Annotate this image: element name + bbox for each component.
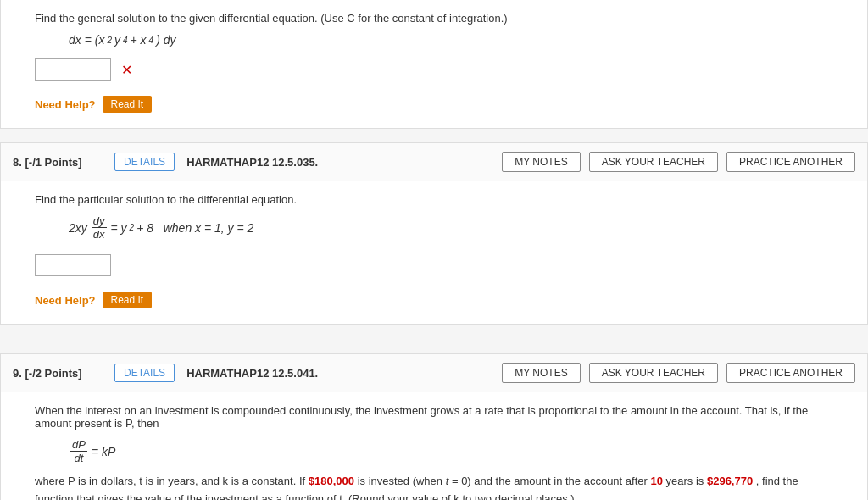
problem7-clear-icon[interactable]: ✕ [121, 62, 132, 78]
problem9-details-button[interactable]: DETAILS [114, 364, 175, 382]
problem9-where: where P is in dollars, t is in years, an… [35, 473, 833, 500]
problem9-ode: dP dt = kP [69, 438, 833, 464]
problem9-ask-teacher-button[interactable]: ASK YOUR TEACHER [589, 363, 718, 383]
problem8-number: 8. [-/1 Points] [13, 156, 106, 169]
problem8-practice-button[interactable]: PRACTICE ANOTHER [726, 152, 855, 172]
problem8-answer-input[interactable] [35, 254, 111, 276]
need-help-label: Need Help? [35, 98, 96, 111]
problem8-ask-teacher-button[interactable]: ASK YOUR TEACHER [589, 152, 718, 172]
problem8-equation: 2xy dy dx = y2 + 8 when x = 1, y = 2 [69, 214, 833, 241]
problem9-intro: When the interest on an investment is co… [35, 404, 833, 430]
problem9-invested-amount: $180,000 [309, 475, 354, 487]
problem7-answer-input[interactable] [35, 58, 111, 81]
problem9-practice-button[interactable]: PRACTICE ANOTHER [726, 363, 855, 383]
problem9-header: 9. [-/2 Points] DETAILS HARMATHAP12 12.5… [1, 354, 867, 392]
problem8-instruction: Find the particular solution to the diff… [35, 193, 833, 206]
problem8-header: 8. [-/1 Points] DETAILS HARMATHAP12 12.5… [1, 143, 867, 181]
problem8-need-help-label: Need Help? [35, 294, 96, 307]
problem9-years-val: 10 [650, 475, 662, 487]
problem7-need-help: Need Help? Read It [35, 96, 833, 113]
problem9-my-notes-button[interactable]: MY NOTES [502, 363, 580, 383]
problem8-my-notes-button[interactable]: MY NOTES [502, 152, 580, 172]
problem9-years-text: years is [666, 475, 707, 487]
problem7-instruction: Find the general solution to the given d… [35, 12, 833, 25]
problem9-amount-after: $296,770 [707, 475, 753, 487]
problem9-invested-condition: is invested (when t = 0) and the amount … [358, 475, 651, 487]
problem7-read-it-button[interactable]: Read It [103, 96, 153, 113]
problem8-details-button[interactable]: DETAILS [114, 153, 175, 171]
problem9-id: HARMATHAP12 12.5.041. [186, 367, 318, 380]
problem9-number: 9. [-/2 Points] [13, 367, 106, 380]
problem8-id: HARMATHAP12 12.5.035. [186, 156, 318, 169]
problem8-need-help: Need Help? Read It [35, 292, 833, 308]
problem8-read-it-button[interactable]: Read It [103, 292, 153, 308]
problem7-equation: dx = (x2 y4 + x4 ) dy [69, 33, 833, 47]
